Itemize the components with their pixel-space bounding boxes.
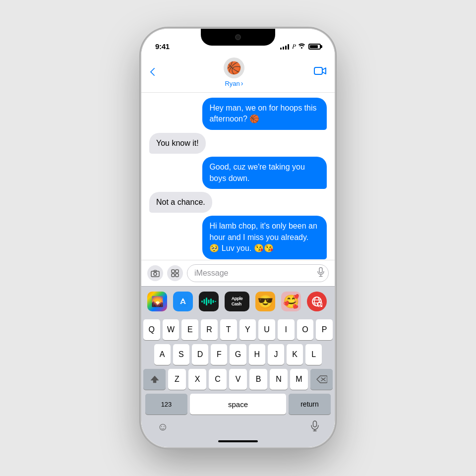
key-w[interactable]: W [163, 319, 179, 340]
keyboard-bottom-row: 123 space return [143, 394, 333, 418]
key-e[interactable]: E [181, 319, 198, 340]
key-s[interactable]: S [173, 344, 189, 365]
sent-bubble: Hi lamb chop, it's only been an hour and… [202, 216, 327, 259]
key-b[interactable]: B [249, 369, 267, 390]
key-k[interactable]: K [287, 344, 303, 365]
svg-rect-6 [176, 270, 178, 273]
back-chevron-icon [149, 68, 154, 77]
svg-rect-8 [176, 274, 178, 277]
status-bar: 9:41 𝛲 [141, 29, 335, 54]
key-j[interactable]: J [268, 344, 284, 365]
received-bubble: Not a chance. [149, 192, 212, 213]
search-app[interactable] [307, 292, 327, 311]
screen: 9:41 𝛲 [141, 29, 335, 447]
input-bar: iMessage [141, 260, 335, 286]
svg-point-3 [154, 272, 157, 275]
keyboard-bottom-bar: ☺ [141, 418, 335, 437]
wifi-icon: 𝛲 [292, 43, 305, 51]
messages-header: 🏀 Ryan [141, 54, 335, 93]
emoji-button[interactable]: ☺ [157, 420, 168, 433]
svg-rect-7 [172, 274, 175, 277]
key-l[interactable]: L [305, 344, 322, 365]
svg-rect-5 [172, 270, 175, 273]
keyboard-row-2: A S D F G H J K L [143, 344, 333, 365]
memoji2-app[interactable]: 🥰 [281, 292, 301, 311]
svg-rect-2 [151, 271, 159, 277]
back-button[interactable] [149, 68, 154, 77]
key-m[interactable]: M [290, 369, 308, 390]
key-o[interactable]: O [297, 319, 314, 340]
sent-bubble: Good, cuz we're taking you boys down. [202, 157, 327, 189]
svg-rect-20 [208, 299, 210, 303]
appstore-app[interactable] [173, 292, 193, 311]
svg-rect-1 [314, 67, 322, 74]
key-p[interactable]: P [316, 319, 333, 340]
svg-rect-19 [206, 298, 207, 305]
key-q[interactable]: Q [143, 319, 160, 340]
key-h[interactable]: H [249, 344, 265, 365]
home-indicator-area [141, 437, 335, 447]
svg-rect-12 [178, 296, 188, 307]
key-d[interactable]: D [192, 344, 208, 365]
key-x[interactable]: X [188, 369, 206, 390]
svg-rect-9 [319, 268, 322, 273]
return-key[interactable]: return [289, 394, 331, 415]
chat-area: Hey man, we on for hoops this afternoon?… [141, 93, 335, 260]
svg-rect-23 [215, 301, 216, 302]
received-bubble: You know it! [149, 133, 206, 154]
key-f[interactable]: F [211, 344, 227, 365]
audio-app[interactable] [199, 292, 219, 311]
sent-bubble: Hey man, we on for hoops this afternoon?… [202, 98, 327, 130]
message-row: Not a chance. [149, 192, 327, 213]
backspace-key[interactable] [310, 369, 333, 390]
key-a[interactable]: A [154, 344, 171, 365]
camera-button[interactable] [147, 265, 163, 281]
avatar: 🏀 [224, 58, 244, 78]
mic-icon [317, 267, 324, 280]
app-drawer: 🌄 [141, 286, 335, 315]
keyboard: Q W E R T Y U I O P A S D F G H J [141, 315, 335, 418]
mic-button[interactable] [311, 420, 319, 433]
message-row: Hey man, we on for hoops this afternoon?… [149, 98, 327, 130]
key-u[interactable]: U [258, 319, 275, 340]
key-n[interactable]: N [270, 369, 288, 390]
message-input-field[interactable]: iMessage [187, 264, 329, 282]
phone-shell: 9:41 𝛲 [141, 29, 335, 447]
svg-rect-33 [313, 421, 317, 427]
contact-info[interactable]: 🏀 Ryan [224, 58, 244, 87]
battery-icon [308, 44, 321, 50]
num-key[interactable]: 123 [145, 394, 187, 415]
memoji1-app[interactable]: 😎 [255, 292, 275, 311]
key-z[interactable]: Z [168, 369, 186, 390]
front-camera [235, 34, 241, 40]
key-i[interactable]: I [278, 319, 295, 340]
key-y[interactable]: Y [239, 319, 256, 340]
contact-name: Ryan [225, 79, 243, 87]
space-key[interactable]: space [190, 394, 286, 415]
shift-key[interactable] [143, 369, 166, 390]
svg-rect-18 [204, 299, 205, 304]
apps-button[interactable] [167, 265, 183, 281]
key-t[interactable]: T [220, 319, 237, 340]
photos-app[interactable]: 🌄 [147, 292, 167, 311]
key-g[interactable]: G [230, 344, 246, 365]
svg-rect-22 [213, 300, 214, 303]
apple-cash-app[interactable]: AppleCash [225, 292, 249, 311]
message-row: Hi lamb chop, it's only been an hour and… [149, 216, 327, 259]
key-c[interactable]: C [209, 369, 227, 390]
keyboard-row-3: Z X C V B N M [143, 369, 333, 390]
key-v[interactable]: V [229, 369, 247, 390]
message-row: Good, cuz we're taking you boys down. [149, 157, 327, 189]
signal-bars-icon [280, 44, 289, 50]
svg-point-0 [301, 47, 302, 49]
notch [201, 29, 275, 46]
key-r[interactable]: R [201, 319, 218, 340]
status-icons: 𝛲 [280, 43, 321, 51]
home-indicator [218, 440, 258, 442]
message-row: You know it! [149, 133, 327, 154]
svg-rect-21 [210, 298, 212, 304]
keyboard-row-1: Q W E R T Y U I O P [143, 319, 333, 340]
svg-rect-17 [201, 300, 203, 302]
video-call-button[interactable] [314, 66, 327, 79]
message-placeholder: iMessage [194, 269, 228, 278]
